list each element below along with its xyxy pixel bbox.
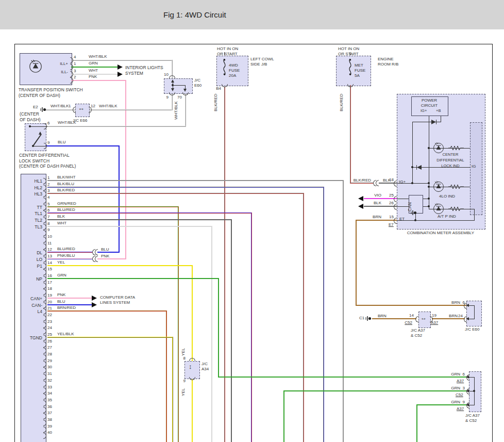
wire-blkblu xyxy=(47,187,323,188)
ecu-pin-number: 25 xyxy=(47,332,52,337)
wire-blkred xyxy=(224,87,225,442)
switch-arrow-icon xyxy=(39,132,42,135)
terminal-label: ET xyxy=(399,217,405,222)
ecu-pin-number: 22 xyxy=(47,313,52,318)
jc-a37-c52-label: J/C A37 & C52 xyxy=(465,413,480,423)
ecu-pin-number: 27 xyxy=(47,345,52,350)
wire-yelblk xyxy=(47,337,173,338)
ecu-pin-number: 19 xyxy=(47,293,52,298)
jc-a37-c52-label: J/C A37 & C52 xyxy=(411,328,425,338)
pin-number: 9 xyxy=(47,140,49,145)
wire-grn xyxy=(416,404,417,442)
ecu-pin-number: 35 xyxy=(47,398,52,403)
ecu-wire-label: BLU/RED xyxy=(57,247,75,252)
wire-yel xyxy=(47,265,193,266)
ecu-pin-number: 17 xyxy=(47,280,52,285)
jc-a34-label: J/C A34 xyxy=(201,362,209,372)
ecu-pin-number: 32 xyxy=(47,378,52,383)
pin-number: 3 xyxy=(454,386,465,391)
wire-wht xyxy=(47,226,211,227)
ig-plus-label: IG+ xyxy=(421,108,427,113)
ig-label: IG xyxy=(472,164,476,169)
ground-name: E2 xyxy=(33,105,38,110)
b-plus-label: +B xyxy=(436,108,441,113)
connector-code: A37 xyxy=(431,320,438,325)
ecu-pin-number: 18 xyxy=(47,286,52,291)
ground-icon xyxy=(40,106,46,113)
ecu-wire-label: BRN/RED xyxy=(57,305,76,310)
wire-grn xyxy=(71,67,117,68)
wire-blkblu xyxy=(323,187,324,442)
ecu-pin-number: 20 xyxy=(47,300,52,305)
wire-blkred xyxy=(47,193,303,194)
wire-whtblk xyxy=(71,60,173,61)
wire-label: WHT xyxy=(89,68,98,73)
pin-number: 1 xyxy=(74,61,76,67)
pin-arc xyxy=(394,218,397,224)
arrow-down-icon xyxy=(171,88,174,91)
box-label: ENGINE ROOM R/B xyxy=(378,57,398,67)
power-circuit-label: POWER CIRCUIT xyxy=(411,98,447,108)
pin-arc xyxy=(415,316,418,322)
wire-whtblk xyxy=(45,109,75,110)
junction-dot xyxy=(428,182,430,184)
pin-number: 6 xyxy=(454,300,465,305)
ecu-pin-number: 29 xyxy=(47,358,52,364)
box-label: LEFT COWL SIDE J/B xyxy=(250,57,274,67)
ecu-pin-number: 2 xyxy=(47,182,49,187)
wire-label: VIO xyxy=(364,193,381,198)
wire-label: BLU xyxy=(58,140,66,145)
hot-label: HOT IN ON OR START xyxy=(338,46,359,57)
pin-number: 9 xyxy=(177,379,186,384)
junction-dot xyxy=(411,182,413,184)
ecu-pin-number: 28 xyxy=(47,352,52,357)
ill-plus-label: ILL+ xyxy=(54,61,68,67)
connector-code: A37 xyxy=(457,406,464,412)
ecu-pin-number: 24 xyxy=(47,325,52,331)
interior-lights-label: INTERIOR LIGHTS SYSTEM xyxy=(125,65,163,76)
ecu-terminal-label: TL2 xyxy=(23,218,42,223)
wire-label: WHT/BLK xyxy=(51,104,69,109)
wire-whtblk xyxy=(172,93,173,110)
double-arrow-icon: ↔ xyxy=(78,106,85,111)
ecu-wire-label: BLK/RED xyxy=(57,188,75,193)
ecu-wire-label: BLK/BLU xyxy=(57,182,74,187)
terminal-label: IG+ xyxy=(399,179,406,185)
ecu-pin-number: 16 xyxy=(47,273,52,279)
junction-dot xyxy=(473,390,475,392)
pin-number: 4 xyxy=(74,55,76,60)
ecu-pin-number: 9 xyxy=(47,227,49,233)
connector-code: A37 xyxy=(457,379,464,384)
wire-grn xyxy=(283,390,284,442)
meter-assembly-label: COMBINATION METER ASSEMBLY xyxy=(397,231,484,236)
ecu-pin-number: 21 xyxy=(47,306,52,311)
4lo-ind-label: 4LO IND xyxy=(439,194,455,199)
pin-arc xyxy=(189,358,195,361)
ecu-pin-number: 31 xyxy=(47,371,52,376)
arrow-up-icon xyxy=(171,79,174,83)
junction-dot xyxy=(428,198,430,200)
arrow-right-icon xyxy=(117,72,123,77)
wire-blkwht xyxy=(343,180,344,442)
ecu-pin-number: 7 xyxy=(47,215,49,220)
ecu-pin-number: 3 xyxy=(47,188,49,193)
wire-label-vertical: BLK/RED xyxy=(339,94,344,111)
wire-label-vertical: BLK/RED xyxy=(213,94,219,111)
arrow-right-icon xyxy=(117,64,123,70)
wire-label-vertical: WHT/BLK xyxy=(174,101,179,120)
wire-blk xyxy=(47,219,231,220)
connector-icon xyxy=(95,249,98,255)
wire-blu xyxy=(45,145,120,146)
wire-pnk xyxy=(71,80,126,81)
pin-arc xyxy=(466,374,469,381)
ecu-pin-number: 1 xyxy=(47,175,49,181)
diode-right-icon xyxy=(431,119,438,125)
wire-whtblk xyxy=(185,93,186,127)
wire-whtblk xyxy=(88,109,173,110)
cdl-ind-label: CENTER DIFFERENTIAL LOCK IND xyxy=(431,152,470,169)
connector-code: C52 xyxy=(456,392,463,398)
switch-contact xyxy=(29,125,31,127)
ecu-wire-label: BLK xyxy=(57,214,65,219)
ecu-terminal-label: CAN+ xyxy=(23,296,42,302)
resistor-icon xyxy=(448,206,464,211)
